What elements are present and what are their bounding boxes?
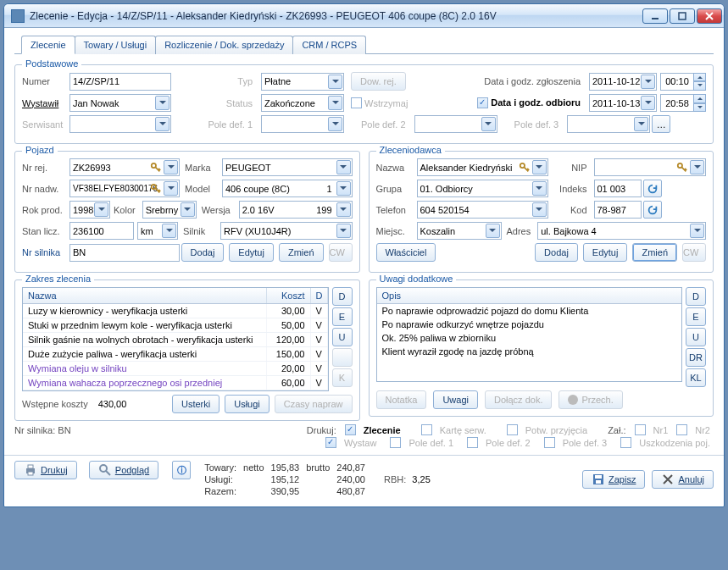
veh-zmien-button[interactable]: Zmień <box>279 243 324 262</box>
veh-dodaj-button[interactable]: Dodaj <box>181 243 225 262</box>
chevron-down-icon[interactable] <box>336 202 351 217</box>
uwagi-button[interactable]: Uwagi <box>433 390 478 409</box>
col-d[interactable]: D <box>311 288 328 303</box>
indeks-input[interactable] <box>594 180 642 197</box>
uslugi-button[interactable]: Usługi <box>225 395 270 413</box>
przech-button[interactable]: Przech. <box>559 390 622 409</box>
minimize-button[interactable] <box>642 8 668 24</box>
nazwa-input[interactable]: Aleksander Kiedryński <box>417 158 548 176</box>
chevron-down-icon[interactable] <box>641 75 655 89</box>
scope-side-K[interactable]: K <box>332 368 353 387</box>
tab-crm[interactable]: CRM / RCPS <box>292 36 366 54</box>
scope-side-D[interactable]: D <box>332 287 353 306</box>
wersja-combo[interactable]: 2.0 16V199 <box>239 201 353 219</box>
time-spinner[interactable] <box>693 73 706 91</box>
chevron-down-icon[interactable] <box>532 181 547 196</box>
chevron-down-icon[interactable] <box>328 117 342 131</box>
chevron-down-icon[interactable] <box>94 202 108 217</box>
kolor-combo[interactable]: Srebrny <box>142 201 197 219</box>
cli-dodaj-button[interactable]: Dodaj <box>535 243 578 262</box>
table-row[interactable]: Wymiana wahacza poprzecznego osi przedni… <box>23 376 328 390</box>
uszk-check[interactable] <box>620 437 631 448</box>
chevron-down-icon[interactable] <box>336 160 351 174</box>
scope-side-blank[interactable] <box>332 348 353 367</box>
chevron-down-icon[interactable] <box>164 160 178 174</box>
podglad-button[interactable]: Podgląd <box>89 461 158 479</box>
anuluj-button[interactable]: Anuluj <box>652 470 714 489</box>
tel-input[interactable]: 604 520154 <box>417 201 548 219</box>
chevron-down-icon[interactable] <box>486 224 500 238</box>
chevron-down-icon[interactable] <box>336 224 351 238</box>
col-koszt[interactable]: Koszt <box>267 288 311 303</box>
table-row[interactable]: Silnik gaśnie na wolnych obrotach - wery… <box>23 333 328 347</box>
chevron-down-icon[interactable] <box>155 96 169 110</box>
usterki-button[interactable]: Usterki <box>172 395 220 413</box>
marka-combo[interactable]: PEUGEOT <box>222 158 353 176</box>
kod-input[interactable] <box>594 201 642 219</box>
chevron-down-icon[interactable] <box>532 160 547 174</box>
zapisz-button[interactable]: Zapisz <box>582 470 645 489</box>
status-combo[interactable]: Zakończone <box>261 94 344 112</box>
info-button[interactable]: ⓘ <box>172 461 191 479</box>
stan-unit[interactable]: km <box>137 222 178 240</box>
serwisant-combo[interactable] <box>69 115 171 133</box>
table-row[interactable]: Luzy w kierownicy - weryfikacja usterki3… <box>23 304 328 318</box>
dataodb-time[interactable] <box>660 94 694 112</box>
czasy-button[interactable]: Czasy napraw <box>275 395 353 413</box>
chevron-down-icon[interactable] <box>181 202 195 217</box>
cli-edytuj-button[interactable]: Edytuj <box>583 243 628 262</box>
potw-check[interactable] <box>507 424 518 435</box>
chevron-down-icon[interactable] <box>532 202 547 217</box>
nr2-check[interactable] <box>676 424 687 435</box>
pd3-combo[interactable] <box>567 115 650 133</box>
maximize-button[interactable] <box>670 8 695 24</box>
pd-more-button[interactable]: … <box>652 115 670 133</box>
pd2-check[interactable] <box>467 437 478 448</box>
notes-side-U[interactable]: U <box>686 328 706 346</box>
chevron-down-icon[interactable] <box>690 224 704 238</box>
chevron-down-icon[interactable] <box>690 160 704 174</box>
chevron-down-icon[interactable] <box>162 224 176 238</box>
drukuj-button[interactable]: Drukuj <box>14 461 77 479</box>
miejsc-combo[interactable]: Koszalin <box>417 222 502 240</box>
scope-side-U[interactable]: U <box>332 328 353 346</box>
rok-combo[interactable]: 1998 <box>69 201 110 219</box>
grupa-combo[interactable]: 01. Odbiorcy <box>417 180 548 197</box>
datazgl-date[interactable]: 2011-10-12 <box>589 73 657 91</box>
adres-combo[interactable]: ul. Bajkowa 4 <box>537 222 706 240</box>
chevron-down-icon[interactable] <box>641 96 655 110</box>
tab-towary[interactable]: Towary / Usługi <box>75 36 157 54</box>
nr1-check[interactable] <box>635 424 646 435</box>
pd1-check[interactable] <box>390 437 401 448</box>
dataodb-date[interactable]: 2011-10-13 <box>589 94 657 112</box>
silnik-combo[interactable]: RFV (XU10J4R) <box>220 222 353 240</box>
dolacz-button[interactable]: Dołącz dok. <box>485 390 552 409</box>
wlasciciel-button[interactable]: Właściciel <box>376 243 436 262</box>
col-nazwa[interactable]: Nazwa <box>23 288 267 303</box>
cli-cw-button[interactable]: CW <box>682 243 706 262</box>
chevron-down-icon[interactable] <box>328 75 342 89</box>
dataodb-check[interactable] <box>477 97 488 108</box>
chevron-down-icon[interactable] <box>328 96 342 110</box>
tab-rozliczenie[interactable]: Rozliczenie / Dok. sprzedaży <box>155 36 293 54</box>
indeks-refresh-button[interactable] <box>643 180 662 197</box>
table-row[interactable]: Stuki w przednim lewym kole - weryfikacj… <box>23 318 328 333</box>
wystaw-check[interactable] <box>325 437 336 448</box>
veh-cw-button[interactable]: CW <box>329 243 353 262</box>
veh-edytuj-button[interactable]: Edytuj <box>229 243 274 262</box>
notes-side-DR[interactable]: DR <box>686 348 706 367</box>
nrrej-input[interactable]: ZK26993 <box>69 158 180 176</box>
karte-check[interactable] <box>421 424 432 435</box>
notes-side-E[interactable]: E <box>686 307 706 326</box>
pd2-combo[interactable] <box>414 115 497 133</box>
wstrzymaj-check[interactable] <box>351 97 362 108</box>
chevron-down-icon[interactable] <box>481 117 496 131</box>
tab-zlecenie[interactable]: Zlecenie <box>21 36 75 54</box>
stan-input[interactable] <box>69 222 134 240</box>
scope-grid[interactable]: Nazwa Koszt D Luzy w kierownicy - weryfi… <box>22 287 329 391</box>
pd1-combo[interactable] <box>261 115 344 133</box>
scope-side-E[interactable]: E <box>332 307 353 326</box>
table-row[interactable]: Wymiana oleju w silniku20,00V <box>23 362 328 376</box>
cli-zmien-button[interactable]: Zmień <box>632 243 677 262</box>
chevron-down-icon[interactable] <box>336 181 351 196</box>
